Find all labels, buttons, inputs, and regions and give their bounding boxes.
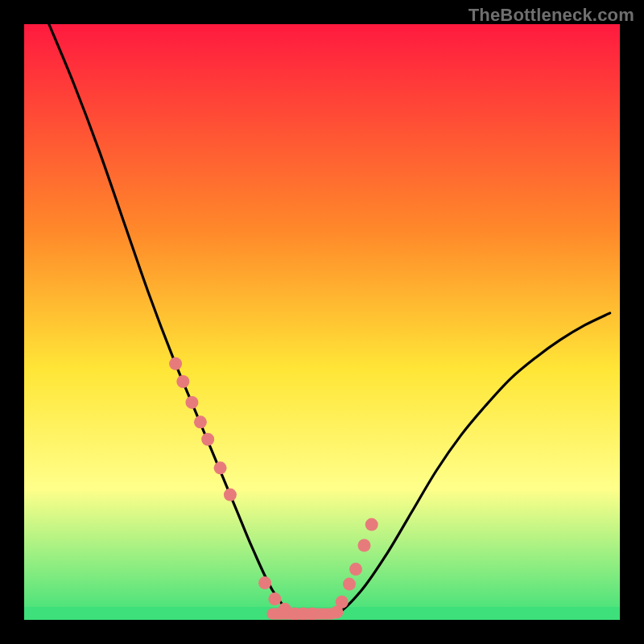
highlight-dot	[268, 592, 281, 605]
highlight-dot	[176, 375, 189, 388]
chart-frame: TheBottleneck.com	[0, 0, 644, 644]
highlight-dot	[357, 539, 370, 552]
highlight-dot	[306, 608, 319, 620]
highlight-dot	[214, 461, 227, 474]
highlight-dot	[224, 489, 237, 502]
plot-area	[24, 24, 620, 620]
highlight-dot	[336, 596, 349, 609]
highlight-dot	[343, 578, 356, 591]
highlight-dot	[201, 433, 214, 446]
bottleneck-chart	[24, 24, 620, 620]
highlight-dot	[169, 357, 182, 370]
gradient-background	[24, 24, 620, 620]
highlight-dot	[365, 518, 378, 531]
watermark-text: TheBottleneck.com	[469, 5, 634, 26]
highlight-dot	[349, 563, 362, 576]
highlight-dot	[194, 415, 207, 428]
highlight-dot	[185, 396, 198, 409]
highlight-dot	[258, 576, 271, 589]
